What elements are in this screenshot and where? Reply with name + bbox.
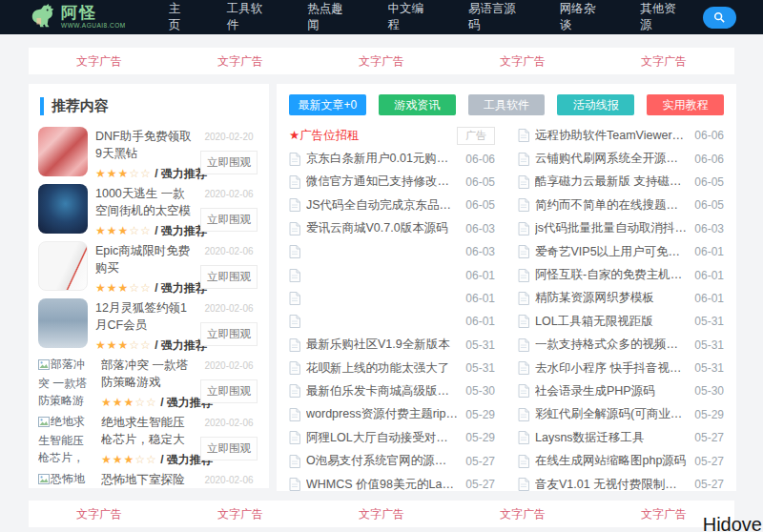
article-date: 06-03: [694, 222, 724, 235]
article-row[interactable]: 社会语录生成PHP源码05-30: [518, 379, 724, 402]
article-row[interactable]: 远程协助软件TeamViewer v11 单文件版06-06: [518, 124, 724, 147]
document-icon: [518, 315, 529, 328]
recommended-item[interactable]: 1000天逃生 一款空间街机的太空模拟经营游戏★★★☆☆ / 强力推荐2020-…: [38, 184, 259, 235]
search-button[interactable]: [703, 7, 736, 29]
article-row[interactable]: wordpress资源付费主题ripro6.7含美化包...05-29: [289, 403, 495, 426]
view-now-button[interactable]: 立即围观: [200, 151, 258, 174]
star-rating-filled: ★★★: [101, 396, 134, 409]
article-date: 05-31: [694, 338, 724, 352]
text-ad-link[interactable]: 文字广告: [359, 506, 404, 522]
category-button-2[interactable]: 游戏资讯: [379, 94, 456, 115]
category-button-1[interactable]: 最新文章+0: [289, 94, 366, 115]
article-row[interactable]: 京东白条新用户0.01元购买3个月爱奇艺黄...06-06: [289, 147, 495, 170]
article-row[interactable]: 音友V1.01 无视付费限制全网音乐无损免费...05-27: [518, 473, 724, 491]
document-icon: [518, 478, 529, 491]
article-list-panel: 最新文章+0游戏资讯工具软件活动线报实用教程 ★广告位招租广告京东白条新用户0.…: [277, 84, 736, 491]
recommended-item[interactable]: 12月灵狐签约领1月CF会员★★★☆☆ / 强力推荐2020-02-06立即围观: [38, 298, 259, 350]
item-info: 恐怖地下室探险 一款恐怖逃生解谜类游戏★★★☆☆ / 强力推荐: [93, 470, 198, 488]
category-button-4[interactable]: 活动线报: [557, 94, 634, 115]
view-now-button[interactable]: 立即围观: [200, 437, 258, 460]
article-row[interactable]: 微信官方通知已支持修改微信号06-05: [289, 171, 495, 194]
site-logo[interactable]: 阿怪 WWW.AGUAI8.COM: [29, 3, 126, 31]
site-title: 阿怪: [61, 5, 126, 21]
nav-item-5[interactable]: 易语言源码: [450, 1, 542, 33]
text-ad-link[interactable]: 文字广告: [500, 506, 546, 522]
document-icon: [289, 198, 300, 212]
article-row[interactable]: 彩虹代刷全解源码(可商业用途 防黑)05-29: [518, 403, 724, 426]
view-now-button[interactable]: 立即围观: [200, 208, 258, 232]
article-row[interactable]: 06-01: [289, 263, 495, 286]
article-row[interactable]: O泡易支付系统官网的源码开源05-27: [289, 449, 495, 472]
document-icon: [518, 431, 529, 444]
article-row[interactable]: Laysns数据迁移工具05-27: [518, 426, 724, 449]
recommended-item[interactable]: 部落冲突 一款塔防策略游戏部落冲突 一款塔防策略游戏★★★☆☆ / 强力推荐20…: [38, 356, 259, 407]
star-rating-empty: ☆☆: [129, 224, 152, 237]
article-row[interactable]: 06-03: [289, 240, 495, 263]
article-row[interactable]: 最新乐购社区V1.9全新版本05-31: [289, 334, 495, 357]
recommended-item[interactable]: Epic商城限时免费购买《SUPERHOT》游戏★★★☆☆ / 强力推荐2020…: [38, 241, 259, 293]
recommended-item[interactable]: 恐怖地下室探险 一款恐怖逃生解谜恐怖地下室探险 一款恐怖逃生解谜类游戏★★★☆☆…: [38, 470, 259, 488]
document-icon: [289, 269, 300, 282]
text-ad-link[interactable]: 文字广告: [76, 506, 122, 522]
article-row[interactable]: 花呗新上线的功能太强大了05-31: [289, 357, 495, 379]
nav-item-3[interactable]: 热点趣闻: [289, 1, 369, 33]
article-row[interactable]: 爱奇艺VIP5以上用户可免费发爱奇艺VIP红包06-01: [518, 240, 724, 263]
article-row[interactable]: 阿怪互联-自家的免费主机第一批正式开启06-01: [518, 263, 724, 286]
article-row[interactable]: js代码批量批量自动取消抖音关注06-03: [518, 217, 724, 240]
view-now-button[interactable]: 立即围观: [200, 265, 258, 289]
article-row[interactable]: 酷享磁力云最新版 支持磁力搜索下载和一...06-05: [518, 171, 724, 194]
article-row[interactable]: WHMCS 价值98美元的Lagom模板开源05-27: [289, 473, 495, 491]
watermark: Hidove: [703, 514, 762, 532]
article-row[interactable]: 阿狸LOL大厅自动接受对局工具05-29: [289, 426, 495, 449]
ad-placement-row[interactable]: ★广告位招租广告: [289, 124, 495, 147]
nav-item-1[interactable]: 主页: [151, 1, 209, 33]
article-row[interactable]: JS代码全自动完成京东品牌狂欢城活动任务06-05: [289, 194, 495, 216]
article-row[interactable]: 06-01: [289, 310, 495, 333]
document-icon: [289, 245, 300, 258]
recommended-item[interactable]: DNF助手免费领取9天黑钻★★★☆☆ / 强力推荐2020-02-20立即围观: [38, 127, 259, 178]
nav-item-7[interactable]: 其他资源: [622, 1, 702, 33]
item-title: DNF助手免费领取9天黑钻: [95, 128, 195, 162]
article-date: 05-31: [465, 361, 495, 375]
text-ad-link[interactable]: 文字广告: [359, 53, 404, 70]
text-ad-link[interactable]: 文字广告: [641, 53, 687, 70]
article-row[interactable]: 最新伯乐发卡商城高级版源码 无后门05-30: [289, 379, 495, 402]
nav-item-6[interactable]: 网络杂谈: [542, 1, 622, 33]
article-row[interactable]: 一款支持格式众多的视频转换器05-31: [518, 334, 724, 357]
view-now-button[interactable]: 立即围观: [200, 379, 258, 403]
article-row[interactable]: 精防某资源网织梦模板06-01: [518, 287, 724, 310]
article-row[interactable]: 简约而不简单的在线搜题源码06-05: [518, 194, 724, 216]
nav-item-2[interactable]: 工具软件: [209, 1, 289, 33]
article-date: 06-05: [694, 198, 724, 212]
article-date: 05-31: [694, 361, 724, 375]
text-ad-link[interactable]: 文字广告: [641, 506, 687, 522]
article-title: 最新乐购社区V1.9全新版本: [306, 337, 458, 353]
item-meta: 2020-02-06立即围观: [198, 413, 259, 464]
text-ad-link[interactable]: 文字广告: [217, 53, 263, 70]
category-button-3[interactable]: 工具软件: [468, 94, 546, 115]
nav-item-4[interactable]: 中文编程: [370, 1, 450, 33]
recommended-item[interactable]: 绝地求生智能压枪芯片，稳定大号绝地求生智能压枪芯片，稳定大号使用，永久免费★★★…: [38, 413, 259, 464]
broken-thumbnail: 绝地求生智能压枪芯片，稳定大号: [38, 413, 93, 464]
item-rating: ★★★☆☆ / 强力推荐: [95, 223, 195, 239]
star-rating-empty: ☆☆: [129, 281, 152, 295]
text-ad-link[interactable]: 文字广告: [500, 53, 546, 70]
category-button-5[interactable]: 实用教程: [647, 94, 724, 115]
article-row[interactable]: 在线生成网站缩略图php源码05-27: [518, 449, 724, 472]
article-row[interactable]: 去水印小程序 快手抖音视频搬运工上热门...05-31: [518, 357, 724, 379]
document-icon: [289, 222, 300, 235]
item-title: 12月灵狐签约领1月CF会员: [95, 299, 195, 334]
article-date: 06-01: [465, 315, 495, 328]
item-date: 2020-02-06: [198, 418, 259, 428]
text-ad-link[interactable]: 文字广告: [217, 506, 263, 522]
article-title: O泡易支付系统官网的源码开源: [306, 453, 458, 469]
document-icon: [518, 269, 529, 282]
article-row[interactable]: 云铺购代刷网系统全开源可运营程序搭建06-06: [518, 147, 724, 170]
article-column-right: 远程协助软件TeamViewer v11 单文件版06-06云铺购代刷网系统全开…: [518, 124, 724, 491]
article-row[interactable]: 06-01: [289, 287, 495, 310]
text-ad-link[interactable]: 文字广告: [76, 53, 122, 70]
article-row[interactable]: LOL工具箱无限视距版05-31: [518, 310, 724, 333]
view-now-button[interactable]: 立即围观: [200, 322, 258, 346]
article-title: 爱讯云商城V0.7.0版本源码: [306, 220, 458, 236]
article-row[interactable]: 爱讯云商城V0.7.0版本源码06-03: [289, 217, 495, 240]
